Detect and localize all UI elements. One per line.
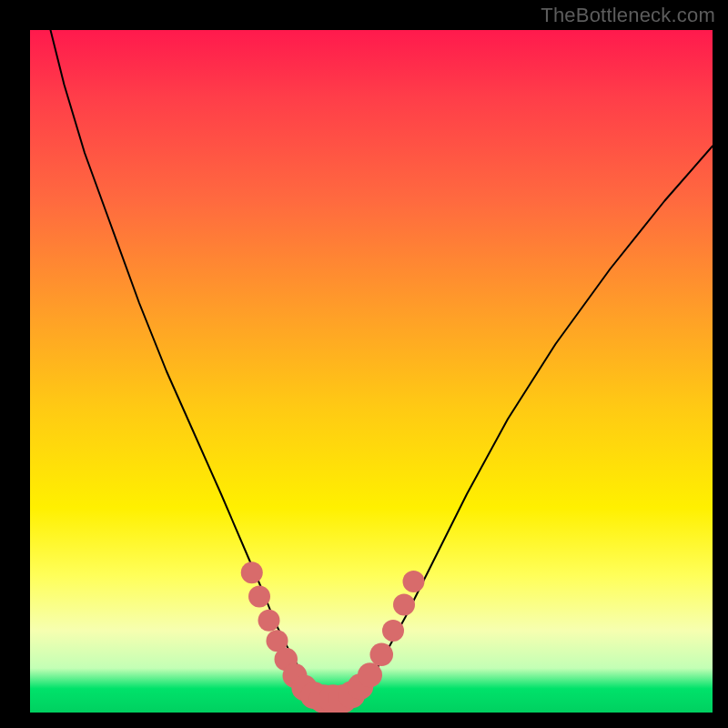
marker-dot	[403, 571, 425, 592]
bottleneck-curve	[51, 30, 713, 699]
marker-dot	[248, 586, 270, 608]
chart-overlay	[30, 30, 713, 713]
marker-dot	[358, 662, 382, 687]
marker-dot	[370, 643, 394, 667]
marker-dot	[258, 610, 280, 632]
marker-dot	[241, 561, 263, 583]
plot-area	[30, 30, 713, 713]
marker-dot	[382, 620, 404, 642]
highlighted-points	[241, 561, 425, 713]
chart-frame: TheBottleneck.com	[0, 0, 728, 728]
watermark-text: TheBottleneck.com	[541, 4, 715, 27]
marker-dot	[393, 594, 415, 616]
